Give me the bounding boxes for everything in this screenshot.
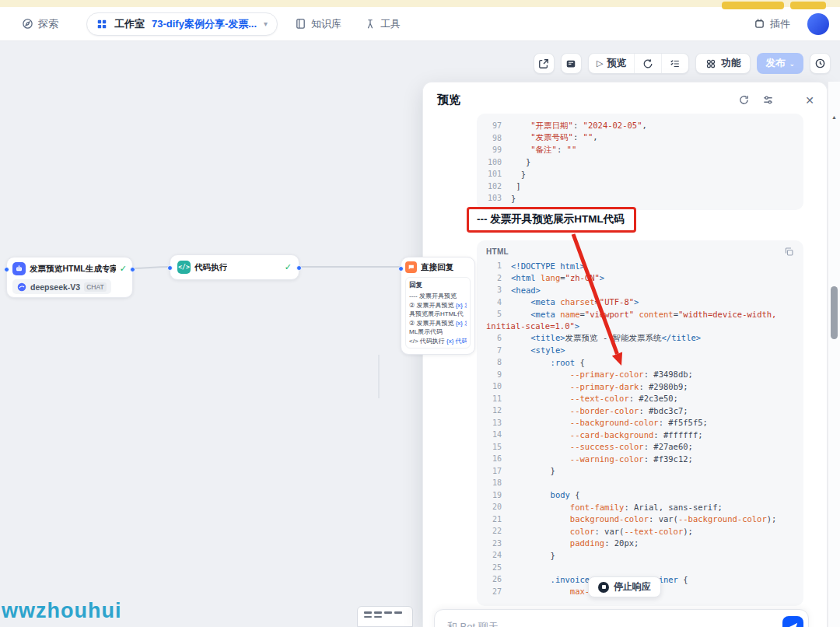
- restart-conversation-button[interactable]: [738, 94, 750, 106]
- stop-responding-button[interactable]: 停止响应: [588, 576, 661, 597]
- refresh-icon: [738, 94, 750, 106]
- json-code-lines: 97 "开票日期": "2024-02-05",98 "发票号码": "",99…: [486, 120, 794, 205]
- checklist-button[interactable]: [662, 54, 688, 73]
- banner-button-2[interactable]: [790, 2, 826, 9]
- bottom-partial-node[interactable]: [357, 606, 413, 627]
- dash: [384, 611, 392, 614]
- html-code-lines: 1<!DOCTYPE html>2<html lang="zh-CN">3<he…: [486, 260, 794, 597]
- llm-robot-icon: [12, 262, 26, 275]
- version-history-button[interactable]: [810, 53, 831, 74]
- nav-explore-label: 探索: [38, 17, 58, 31]
- output-port[interactable]: [130, 267, 135, 272]
- json-code-block: 97 "开票日期": "2024-02-05",98 "发票号码": "",99…: [477, 114, 803, 210]
- clock-history-icon: [814, 58, 826, 69]
- chat-input-bar: [434, 609, 809, 627]
- nav-plugins[interactable]: 插件: [754, 17, 790, 31]
- model-selector[interactable]: deepseek-V3 CHAT: [12, 279, 111, 294]
- annotation-heading: --- 发票开具预览展示HTML代码: [477, 212, 625, 226]
- node-code-execute[interactable]: </> 代码执行 ✓: [170, 254, 299, 280]
- studio-breadcrumb[interactable]: 工作室 73-dify案例分享-发票... ▾: [86, 12, 278, 36]
- canvas-toolbar: ▷ 预览 功能 发布 ⌄: [534, 53, 831, 74]
- answer-section-label: 回复: [409, 281, 467, 290]
- export-icon: [538, 58, 549, 69]
- dash: [374, 616, 382, 618]
- nav-knowledge[interactable]: 知识库: [295, 17, 341, 31]
- node-llm-title: 发票预览HTML生成专家: [30, 264, 116, 275]
- tool-icon: [365, 19, 376, 30]
- circle-arrow-icon: [642, 58, 653, 69]
- success-check-icon: ✓: [285, 262, 292, 272]
- answer-template-lines: ---- 发票开具预览② 发票开具预览 {x} 发票预览HT…具预览展示HTML…: [409, 292, 467, 345]
- input-port[interactable]: [4, 267, 9, 272]
- reply-bubble-icon: [405, 261, 417, 273]
- compass-icon: [22, 18, 33, 30]
- preview-run-button[interactable]: ▷ 预览: [589, 54, 634, 73]
- page-scrollbar[interactable]: ▲: [828, 82, 840, 627]
- node-code-title: 代码执行: [194, 262, 227, 273]
- dash: [364, 616, 372, 618]
- nav-knowledge-label: 知识库: [311, 17, 341, 31]
- run-history-button[interactable]: [635, 54, 661, 73]
- book-icon: [295, 18, 306, 30]
- dash: [364, 611, 372, 614]
- breadcrumb-app-name[interactable]: 73-dify案例分享-发票...: [152, 17, 257, 31]
- nav-tools-label: 工具: [380, 17, 401, 31]
- answer-content: 回复 ---- 发票开具预览② 发票开具预览 {x} 发票预览HT…具预览展示H…: [405, 277, 471, 349]
- nav-plugins-label: 插件: [770, 17, 790, 31]
- chat-input[interactable]: [447, 621, 782, 627]
- plugin-icon: [754, 18, 765, 30]
- scroll-up-arrow[interactable]: ▲: [831, 114, 837, 120]
- user-avatar[interactable]: [807, 13, 829, 35]
- watermark-text: wwzhouhui: [2, 599, 121, 623]
- preview-panel-header: 预览 ✕: [423, 82, 827, 117]
- run-group: ▷ 预览: [588, 53, 689, 74]
- publish-label: 发布: [765, 57, 785, 70]
- output-port[interactable]: [296, 265, 302, 271]
- send-button[interactable]: [782, 616, 803, 627]
- stop-icon: [598, 582, 609, 593]
- app-window: 探索 工作室 73-dify案例分享-发票... ▾ 知识库 工具 插件: [0, 0, 840, 627]
- nav-explore[interactable]: 探索: [22, 17, 58, 31]
- nav-tools[interactable]: 工具: [365, 17, 401, 31]
- model-tag: CHAT: [84, 282, 107, 292]
- node-llm[interactable]: 发票预览HTML生成专家 ✓ deepseek-V3 CHAT: [6, 257, 133, 298]
- features-icon: [705, 58, 716, 69]
- chat-settings-button[interactable]: [762, 94, 774, 106]
- preview-panel: 预览 ✕ 97 "开票日期": "2024-02-05",98 "发票号码": …: [422, 82, 828, 627]
- html-code-block: HTML 1<!DOCTYPE html>2<html lang="zh-CN"…: [477, 240, 803, 606]
- play-icon: ▷: [597, 58, 603, 68]
- export-button[interactable]: [534, 53, 555, 74]
- dash: [374, 611, 382, 614]
- dash: [394, 611, 402, 614]
- env-variables-button[interactable]: [561, 53, 582, 74]
- checklist-icon: [670, 58, 681, 69]
- copy-code-button[interactable]: [784, 247, 794, 257]
- scrollbar-thumb[interactable]: [831, 286, 838, 339]
- chevron-down-icon[interactable]: ▾: [264, 19, 268, 28]
- deepseek-icon: [17, 282, 26, 292]
- preview-run-label: 预览: [607, 57, 626, 70]
- code-language-label: HTML: [486, 247, 509, 256]
- node-direct-answer[interactable]: 直接回复 回复 ---- 发票开具预览② 发票开具预览 {x} 发票预览HT…具…: [401, 257, 475, 355]
- grid-icon: [96, 19, 107, 30]
- close-icon[interactable]: ✕: [805, 94, 814, 107]
- success-check-icon: ✓: [120, 264, 127, 274]
- copy-icon: [784, 247, 794, 257]
- nav-studio-label[interactable]: 工作室: [114, 17, 145, 31]
- features-button[interactable]: 功能: [695, 53, 751, 74]
- top-banner: [0, 0, 840, 7]
- keyboard-icon: [565, 58, 576, 69]
- input-port[interactable]: [167, 265, 173, 271]
- publish-button[interactable]: 发布 ⌄: [757, 53, 803, 74]
- model-name: deepseek-V3: [30, 282, 80, 292]
- stop-responding-label: 停止响应: [614, 580, 651, 594]
- caret-down-icon: ⌄: [789, 60, 795, 68]
- input-port[interactable]: [398, 266, 404, 271]
- sliders-icon: [762, 94, 774, 106]
- features-label: 功能: [721, 57, 740, 70]
- preview-panel-title: 预览: [437, 93, 460, 107]
- banner-button-1[interactable]: [722, 2, 784, 9]
- top-nav: 探索 工作室 73-dify案例分享-发票... ▾ 知识库 工具 插件: [0, 7, 840, 41]
- paper-plane-icon: [788, 622, 799, 627]
- node-answer-title: 直接回复: [421, 262, 453, 273]
